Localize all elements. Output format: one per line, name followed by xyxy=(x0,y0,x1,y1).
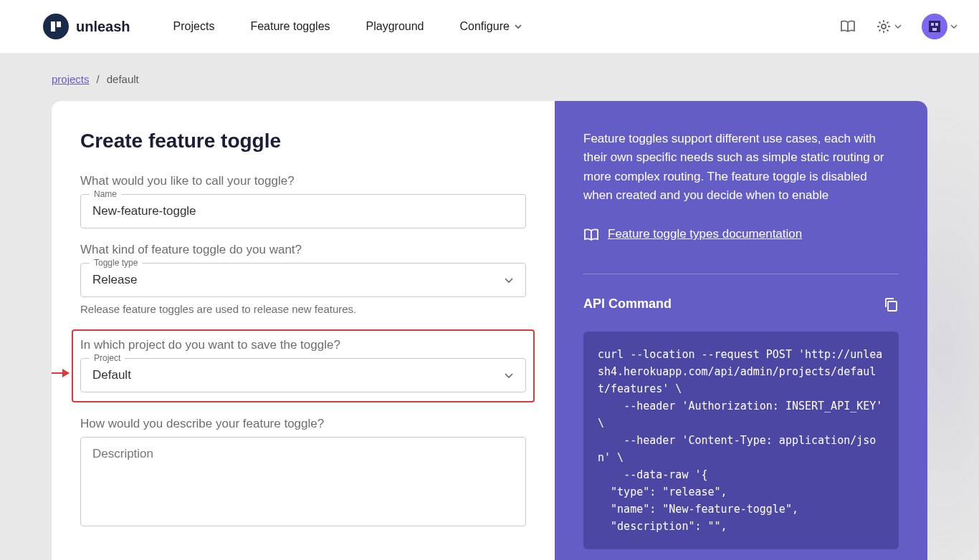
chevron-down-icon xyxy=(514,22,522,31)
type-question: What kind of feature toggle do you want? xyxy=(80,243,526,257)
description-input-wrap xyxy=(80,437,526,526)
gear-icon xyxy=(876,19,892,34)
info-intro-text: Feature toggles support different use ca… xyxy=(583,130,899,205)
breadcrumb-separator: / xyxy=(97,73,100,85)
toggle-type-select[interactable]: Toggle type Release xyxy=(80,263,526,297)
type-label: Toggle type xyxy=(90,258,142,268)
chevron-down-icon xyxy=(950,23,957,30)
form-panel: Create feature toggle What would you lik… xyxy=(52,101,555,560)
breadcrumb-current: default xyxy=(107,73,139,85)
documentation-link[interactable]: Feature toggle types documentation xyxy=(583,225,802,243)
topbar-actions xyxy=(840,14,957,39)
chevron-down-icon xyxy=(492,370,525,380)
page-title: Create feature toggle xyxy=(80,130,526,153)
copy-button[interactable] xyxy=(883,296,899,312)
avatar xyxy=(922,14,947,39)
user-menu[interactable] xyxy=(922,14,957,39)
api-command-title: API Command xyxy=(583,294,672,314)
name-question: What would you like to call your toggle? xyxy=(80,174,526,188)
svg-rect-9 xyxy=(888,301,897,311)
divider xyxy=(583,274,899,274)
svg-rect-0 xyxy=(51,21,55,32)
api-code-block[interactable]: curl --location --request POST 'http://u… xyxy=(583,332,899,549)
name-input[interactable] xyxy=(81,195,525,228)
book-icon xyxy=(583,228,599,242)
documentation-link-text: Feature toggle types documentation xyxy=(608,225,802,243)
nav-projects[interactable]: Projects xyxy=(173,20,215,33)
nav-playground[interactable]: Playground xyxy=(366,20,424,33)
project-question: In which project do you want to save the… xyxy=(80,338,526,352)
chevron-down-icon xyxy=(492,275,525,285)
name-field-block: What would you like to call your toggle?… xyxy=(80,174,526,228)
svg-rect-6 xyxy=(935,23,938,26)
breadcrumb: projects / default xyxy=(52,73,927,85)
project-select[interactable]: Project Default xyxy=(80,358,526,392)
description-input[interactable] xyxy=(81,438,525,523)
project-highlight-box: In which project do you want to save the… xyxy=(72,329,535,402)
breadcrumb-projects-link[interactable]: projects xyxy=(52,73,90,85)
project-value: Default xyxy=(81,359,492,392)
annotation-arrow xyxy=(52,372,69,374)
docs-icon-button[interactable] xyxy=(840,19,856,34)
chevron-down-icon xyxy=(894,23,902,30)
type-value: Release xyxy=(81,264,492,296)
brand-logo[interactable]: unleash xyxy=(43,14,130,39)
api-command-header: API Command xyxy=(583,294,899,314)
nav-configure-label: Configure xyxy=(460,20,510,33)
nav-configure[interactable]: Configure xyxy=(460,20,522,33)
type-helper: Release feature toggles are used to rele… xyxy=(80,303,526,315)
logo-mark-icon xyxy=(43,14,69,39)
description-field-block: How would you describe your feature togg… xyxy=(80,417,526,526)
topbar: unleash Projects Feature toggles Playgro… xyxy=(0,0,979,53)
main-nav: Projects Feature toggles Playground Conf… xyxy=(173,20,840,33)
description-question: How would you describe your feature togg… xyxy=(80,417,526,431)
page-body: projects / default Create feature toggle… xyxy=(0,53,979,560)
create-toggle-card: Create feature toggle What would you lik… xyxy=(52,101,927,560)
svg-point-3 xyxy=(882,24,886,29)
copy-icon xyxy=(883,296,899,312)
svg-rect-5 xyxy=(931,23,934,26)
name-input-wrap: Name xyxy=(80,194,526,228)
info-panel: Feature toggles support different use ca… xyxy=(555,101,927,560)
settings-menu[interactable] xyxy=(876,19,902,34)
nav-feature-toggles[interactable]: Feature toggles xyxy=(250,20,330,33)
type-field-block: What kind of feature toggle do you want?… xyxy=(80,243,526,315)
svg-rect-1 xyxy=(57,21,61,27)
svg-rect-7 xyxy=(932,28,937,31)
name-label: Name xyxy=(90,189,121,199)
project-label: Project xyxy=(90,353,125,363)
brand-name: unleash xyxy=(76,19,130,35)
